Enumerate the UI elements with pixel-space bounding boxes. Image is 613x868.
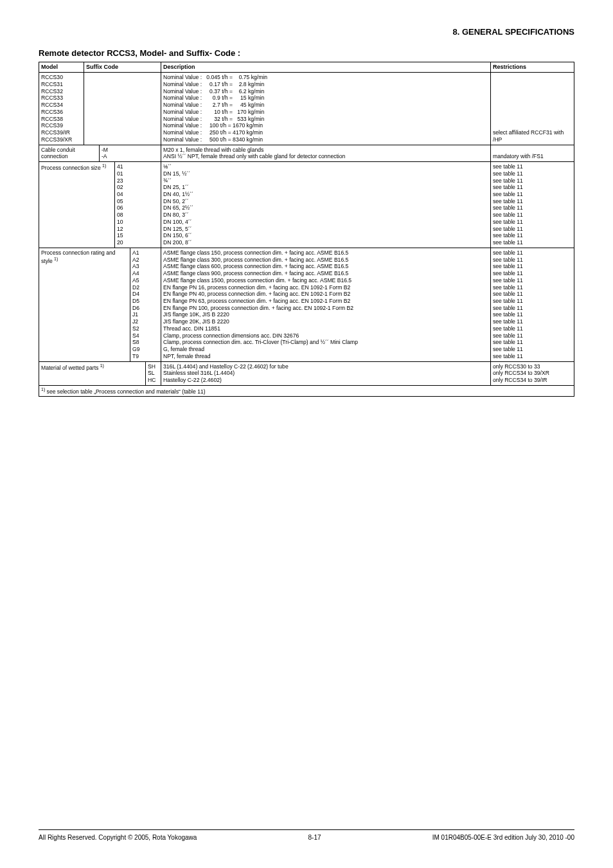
- cell-cable-codes: -M -A: [100, 145, 161, 161]
- cell-cable-desc: M20 x 1, female thread with cable glands…: [161, 145, 491, 161]
- cell-empty-suffix: [84, 73, 161, 145]
- cell-models-desc: Nominal Value : 0.045 t/h = 0.75 kg/min …: [161, 73, 491, 145]
- cell-procsize-desc: ⅛´´ DN 15, ½´´ ¾´´ DN 25, 1´´ DN 40, 1½´…: [161, 162, 491, 248]
- footer-left: All Rights Reserved. Copyright © 2005, R…: [39, 834, 197, 841]
- footnote-text: see selection table „Process connection …: [45, 388, 205, 395]
- cell-procstyle-restr: see table 11 see table 11 see table 11 s…: [491, 248, 574, 361]
- row-procstyle: Process connection rating and style 1) A…: [39, 248, 574, 361]
- page-footer: All Rights Reserved. Copyright © 2005, R…: [39, 829, 574, 841]
- cell-procsize-restr: see table 11 see table 11 see table 11 s…: [491, 162, 574, 248]
- cell-procstyle-codes: A1 A2 A3 A4 A5 D2 D4 D5 D6 J1 J2 S2 S4 S…: [130, 248, 161, 361]
- cell-models-restr: select affiliated RCCF31 with /HP: [491, 73, 574, 145]
- cell-material-codes: SH SL HC: [146, 361, 161, 385]
- row-procsize: Process connection size 1) 41 01 23 02 0…: [39, 162, 574, 248]
- cell-cable-label: Cable conduit connection: [39, 145, 100, 161]
- cell-cable-restr: mandatory with /FS1: [491, 145, 574, 161]
- th-restr: Restrictions: [491, 62, 574, 73]
- cell-footnote: 1) see selection table „Process connecti…: [39, 385, 574, 397]
- th-model: Model: [39, 62, 84, 73]
- material-sup: 1): [100, 363, 104, 368]
- footer-center: 8-17: [308, 834, 321, 841]
- footer-right: IM 01R04B05-00E-E 3rd edition July 30, 2…: [432, 834, 574, 841]
- cell-material-desc: 316L (1.4404) and Hastelloy C-22 (2.4602…: [161, 361, 491, 385]
- row-cable: Cable conduit connection -M -A M20 x 1, …: [39, 145, 574, 161]
- cell-procsize-label: Process connection size 1): [39, 162, 115, 248]
- cell-procsize-codes: 41 01 23 02 04 05 06 08 10 12 15 20: [115, 162, 161, 248]
- cell-material-restr: only RCCS30 to 33 only RCCS34 to 39/XR o…: [491, 361, 574, 385]
- cell-procstyle-label: Process connection rating and style 1): [39, 248, 130, 361]
- procsize-sup: 1): [102, 163, 106, 168]
- procstyle-sup: 1): [54, 257, 58, 261]
- procstyle-label-text: Process connection rating and style: [41, 249, 116, 264]
- material-label-text: Material of wetted parts: [41, 364, 100, 370]
- procsize-label-text: Process connection size: [41, 165, 102, 171]
- th-desc: Description: [161, 62, 491, 73]
- th-suffix: Suffix Code: [84, 62, 161, 73]
- row-models: RCCS30 RCCS31 RCCS32 RCCS33 RCCS34 RCCS3…: [39, 73, 574, 145]
- row-material: Material of wetted parts 1) SH SL HC 316…: [39, 361, 574, 385]
- cell-material-label: Material of wetted parts 1): [39, 361, 146, 385]
- cell-model-list: RCCS30 RCCS31 RCCS32 RCCS33 RCCS34 RCCS3…: [39, 73, 84, 145]
- page-title: Remote detector RCCS3, Model- and Suffix…: [39, 48, 574, 58]
- cell-procstyle-desc: ASME flange class 150, process connectio…: [161, 248, 491, 361]
- spec-table: Model Suffix Code Description Restrictio…: [39, 62, 574, 397]
- section-header: 8. GENERAL SPECIFICATIONS: [39, 27, 574, 37]
- table-header-row: Model Suffix Code Description Restrictio…: [39, 62, 574, 73]
- row-footnote: 1) see selection table „Process connecti…: [39, 385, 574, 397]
